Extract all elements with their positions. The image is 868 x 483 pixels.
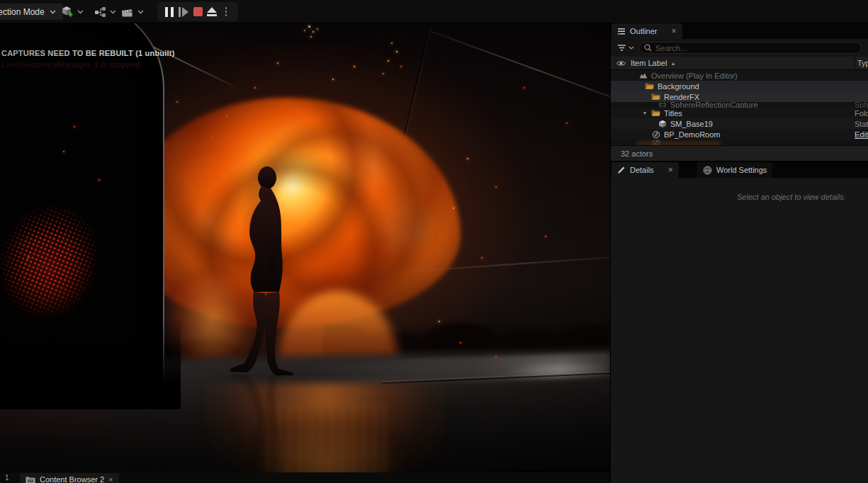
type-value: StaticMesh xyxy=(855,120,868,128)
sphere-icon xyxy=(657,102,667,108)
selection-mode-dropdown[interactable]: Selection Mode xyxy=(0,4,63,20)
right-dock-panel: Outliner × xyxy=(610,23,868,483)
outliner-row-label: RenderFX xyxy=(664,93,699,101)
details-tab-bar: Details × World Settings xyxy=(611,162,868,178)
sort-ascending-icon: ▲ xyxy=(670,61,675,66)
tab-world-settings[interactable]: World Settings xyxy=(697,162,772,178)
folder-icon xyxy=(644,82,655,90)
outliner-footer: 32 actors xyxy=(611,145,868,161)
tab-content-browser[interactable]: Content Browser 2 × xyxy=(20,473,119,483)
details-icon xyxy=(617,166,626,174)
folder-icon xyxy=(650,93,661,101)
selection-mode-label: Selection Mode xyxy=(0,7,45,17)
outliner-icon xyxy=(617,28,626,35)
stop-icon xyxy=(193,7,203,16)
viewport-vignette xyxy=(0,23,610,472)
blueprints-icon xyxy=(94,6,107,18)
tab-label: Details xyxy=(630,166,654,174)
cinematics-icon xyxy=(120,6,135,18)
search-icon xyxy=(644,44,652,52)
outliner-column-header[interactable]: Item Label ▲ Type xyxy=(611,57,868,70)
eye-icon[interactable] xyxy=(616,60,626,67)
blueprints-button[interactable] xyxy=(94,3,116,21)
column-type[interactable]: Type xyxy=(855,57,868,69)
playback-options-button[interactable] xyxy=(220,5,232,19)
outliner-row[interactable] xyxy=(611,140,868,145)
outliner-row[interactable]: RenderFX xyxy=(611,91,868,102)
world-icon xyxy=(638,72,648,79)
eject-button[interactable] xyxy=(205,5,218,19)
close-icon[interactable]: × xyxy=(668,166,673,174)
content-browser-icon xyxy=(26,476,35,483)
outliner-row[interactable]: ▾TitlesFolder xyxy=(611,108,868,118)
chevron-down-icon xyxy=(110,10,116,14)
details-empty-message: Select an object to view details. xyxy=(737,193,845,201)
chevron-down-icon xyxy=(629,46,634,50)
eject-icon xyxy=(207,7,217,16)
tab-label: Outliner xyxy=(630,27,658,35)
bottom-status-bar: 1 Content Browser 2 × xyxy=(0,472,610,483)
chevron-down-icon xyxy=(50,10,56,14)
outliner-row[interactable]: SphereReflectionCaptureSphereReflectionC… xyxy=(611,102,868,108)
blueprint-icon xyxy=(650,130,661,139)
outliner-row-label: Background xyxy=(658,82,699,91)
tab-details[interactable]: Details × xyxy=(611,162,679,178)
close-icon[interactable]: × xyxy=(672,27,677,35)
chevron-down-icon xyxy=(77,10,84,14)
status-badge: 1 xyxy=(5,474,9,482)
chevron-down-icon xyxy=(137,10,144,14)
tab-label: Content Browser 2 xyxy=(40,475,104,483)
outliner-search-box[interactable] xyxy=(639,42,862,54)
tab-label: World Settings xyxy=(716,166,767,174)
outliner-row-label: SphereReflectionCapture xyxy=(670,102,758,108)
static-mesh-icon xyxy=(657,120,667,128)
playback-controls xyxy=(157,2,238,21)
unreal-editor-window: Selection Mode xyxy=(0,0,868,483)
actor-count: 32 actors xyxy=(621,149,653,158)
filter-icon xyxy=(617,44,626,52)
column-item-label[interactable]: Item Label xyxy=(631,59,667,67)
outliner-row[interactable]: Background xyxy=(611,81,868,91)
expander-arrow-icon[interactable]: ▾ xyxy=(643,110,650,116)
pause-button[interactable] xyxy=(163,5,176,19)
frame-skip-icon xyxy=(179,7,188,17)
main-toolbar: Selection Mode xyxy=(0,0,868,23)
globe-icon xyxy=(703,166,712,175)
tab-outliner[interactable]: Outliner × xyxy=(611,23,682,39)
outliner-row-label: Overview (Play In Editor) xyxy=(651,72,738,80)
viewport-3d-scene[interactable]: CAPTURES NEED TO BE REBUILT (1 unbuilt) … xyxy=(0,23,610,472)
outliner-row-label: Titles xyxy=(664,109,682,118)
outliner-tab-bar: Outliner × xyxy=(611,23,868,39)
outliner-row-label: BP_DemoRoom xyxy=(664,130,720,139)
filter-button[interactable] xyxy=(611,44,639,52)
outliner-row[interactable]: BP_DemoRoomEdit BP_DemoRoom xyxy=(611,129,868,140)
outliner-row-label: SM_Base19 xyxy=(670,120,713,128)
outliner-toolbar xyxy=(611,39,868,57)
details-panel-body: Select an object to view details. xyxy=(611,178,868,483)
pause-icon xyxy=(165,7,174,17)
frame-skip-button[interactable] xyxy=(177,5,190,19)
type-value: Folder xyxy=(855,109,868,118)
close-icon[interactable]: × xyxy=(108,475,113,483)
search-input[interactable] xyxy=(655,44,857,52)
stop-button[interactable] xyxy=(191,5,204,19)
add-actor-icon xyxy=(61,5,74,18)
cinematics-button[interactable] xyxy=(120,3,144,21)
more-options-icon xyxy=(225,7,227,16)
type-edit-link[interactable]: Edit BP_DemoRoom xyxy=(855,130,868,139)
outliner-row[interactable]: Overview (Play In Editor) xyxy=(611,70,868,81)
folder-icon xyxy=(650,109,661,117)
outliner-row[interactable]: SM_Base19StaticMesh xyxy=(611,118,868,129)
add-actor-button[interactable] xyxy=(61,3,84,21)
type-value: SphereReflectionCapture xyxy=(855,102,868,108)
